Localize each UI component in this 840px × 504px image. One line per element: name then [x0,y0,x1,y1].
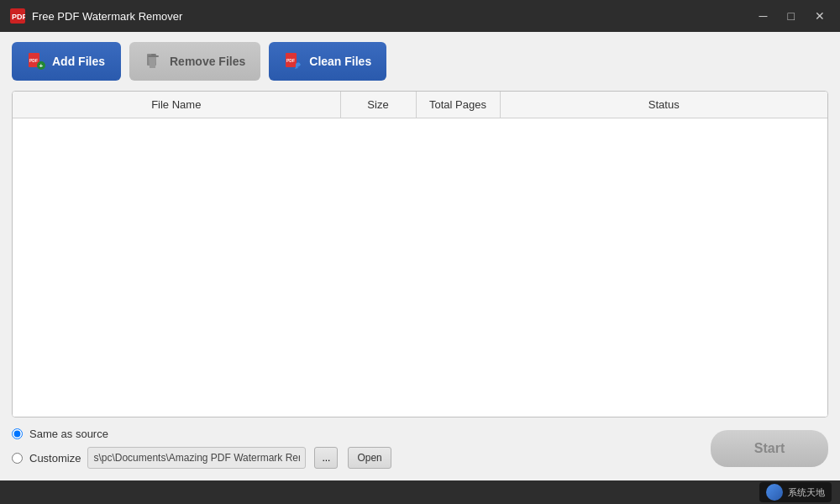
customize-row: Customize ... Open [12,447,711,469]
file-table: File Name Size Total Pages Status [12,91,828,417]
browse-button[interactable]: ... [314,447,338,469]
same-as-source-label[interactable]: Same as source [29,428,108,440]
watermark-text: 系统天地 [788,486,825,499]
watermark-badge: 系统天地 [759,482,832,502]
column-header-size: Size [341,92,417,118]
svg-text:PDF: PDF [12,13,25,21]
start-button[interactable]: Start [711,430,828,467]
svg-rect-7 [148,55,159,57]
same-as-source-row: Same as source [12,428,711,440]
same-as-source-radio[interactable] [12,428,23,439]
svg-rect-8 [151,54,155,55]
column-header-status: Status [501,92,828,118]
table-body [13,118,827,417]
main-content: PDF + Add Files Remove Files PDF Clea [0,32,840,480]
app-title: Free PDF Watermark Remover [32,10,754,23]
close-button[interactable]: ✕ [810,8,830,24]
remove-files-label: Remove Files [170,55,245,68]
column-header-pages: Total Pages [417,92,501,118]
svg-text:PDF: PDF [286,58,295,63]
clean-files-label: Clean Files [309,55,371,68]
status-bar: 系统天地 [0,480,840,504]
clean-files-button[interactable]: PDF Clean Files [269,42,386,81]
customize-radio[interactable] [12,453,23,464]
add-files-button[interactable]: PDF + Add Files [12,42,121,81]
app-icon: PDF [10,8,25,24]
remove-files-icon [144,52,163,71]
watermark-logo [766,484,783,501]
path-input[interactable] [87,447,306,469]
output-options: Same as source Customize ... Open [12,428,711,469]
remove-files-button[interactable]: Remove Files [129,42,260,81]
maximize-button[interactable]: □ [783,8,800,24]
minimize-button[interactable]: ─ [754,8,773,24]
clean-files-icon: PDF [284,52,302,71]
svg-text:PDF: PDF [29,58,38,63]
customize-label[interactable]: Customize [29,452,81,465]
window-controls: ─ □ ✕ [754,8,830,24]
column-header-filename: File Name [13,92,341,118]
svg-text:+: + [39,62,44,70]
title-bar: PDF Free PDF Watermark Remover ─ □ ✕ [0,0,840,32]
table-header: File Name Size Total Pages Status [13,92,827,118]
add-files-icon: PDF + [27,52,45,71]
open-button[interactable]: Open [348,447,391,469]
toolbar: PDF + Add Files Remove Files PDF Clea [12,42,828,81]
bottom-controls: Same as source Customize ... Open Start [12,428,828,469]
add-files-label: Add Files [52,55,105,68]
